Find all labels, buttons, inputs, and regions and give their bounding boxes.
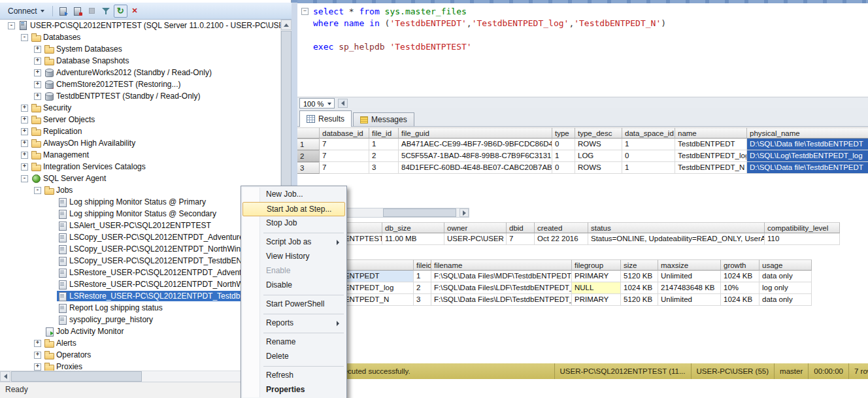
expand-icon[interactable]: +	[34, 340, 41, 347]
column-header-usage[interactable]: usage	[760, 259, 812, 271]
tree-node[interactable]: Databases	[31, 32, 82, 42]
cell-type[interactable]: 1	[552, 150, 575, 162]
expand-icon[interactable]: +	[34, 69, 41, 76]
cell-file_id[interactable]: 2	[369, 150, 399, 162]
tree-node[interactable]: Security	[31, 103, 73, 113]
cell-file_guid[interactable]: AB471AEC-CE99-4BF7-9B6D-9BFCDC86D451	[399, 139, 552, 150]
cell-database_id[interactable]: 7	[320, 150, 369, 162]
cell-type_desc[interactable]: ROWS	[575, 139, 622, 150]
tree-node[interactable]: USER-PC\SQL2012ENTPTEST (SQL Server 11.0…	[18, 20, 280, 31]
cell-fileid[interactable]: 1	[414, 271, 431, 282]
cell-size[interactable]: 5120 KB	[621, 294, 658, 306]
row-header[interactable]: 2	[297, 150, 320, 162]
cell-maxsize[interactable]: Unlimited	[658, 294, 721, 306]
tree-item[interactable]: +TestdbENTPTEST (Standby / Read-Only)	[0, 90, 280, 102]
cell-type_desc[interactable]: ROWS	[575, 162, 622, 174]
expand-icon[interactable]: +	[34, 352, 41, 359]
cell-filegroup[interactable]: PRIMARY	[572, 294, 621, 306]
cell-name[interactable]: TestdbENTPEDT_N	[675, 162, 747, 174]
editor-scroll-left-button[interactable]	[338, 99, 348, 108]
expand-icon[interactable]: +	[34, 81, 41, 88]
menu-item-properties[interactable]: Properties	[242, 383, 345, 397]
cell-size[interactable]: 5120 KB	[621, 271, 658, 282]
column-header-fileid[interactable]: fileid	[414, 259, 431, 271]
tree-node[interactable]: Replication	[31, 126, 84, 137]
tree-item[interactable]: -USER-PC\SQL2012ENTPTEST (SQL Server 11.…	[0, 20, 280, 31]
cell-usage[interactable]: data only	[760, 271, 812, 282]
tree-item[interactable]: +System Databases	[0, 43, 280, 55]
code-line[interactable]	[297, 29, 868, 41]
tree-item[interactable]: +Management	[0, 149, 280, 161]
tree-node[interactable]: System Databases	[44, 44, 124, 54]
cell-status[interactable]: Status=ONLINE, Updateability=READ_ONLY, …	[588, 233, 765, 245]
column-header-data_space_id[interactable]: data_space_id	[622, 127, 675, 139]
column-header-growth[interactable]: growth	[721, 259, 760, 271]
scrollbar-thumb[interactable]	[11, 371, 142, 382]
zoom-select[interactable]: 100 %	[299, 98, 335, 108]
cell-file_id[interactable]: 1	[369, 139, 399, 150]
expand-icon[interactable]: +	[21, 152, 28, 159]
expand-icon[interactable]: +	[21, 116, 28, 124]
collapse-icon[interactable]: -	[34, 187, 41, 194]
tree-node[interactable]: LSCopy_USER-PC\SQL2012ENTPDT_Adventure	[57, 232, 246, 242]
tree-node[interactable]: Jobs	[44, 185, 75, 195]
menu-item-start-powershell[interactable]: Start PowerShell	[242, 297, 345, 312]
expand-icon[interactable]: +	[21, 140, 28, 147]
cell-filename[interactable]: F:\SQL\Data Files\MDF\TestdbENTPEDT.mdf	[431, 271, 572, 282]
menu-item-script-job-as[interactable]: Script Job as	[242, 235, 345, 250]
tree-node[interactable]: syspolicy_purge_history	[57, 314, 155, 325]
column-header-filegroup[interactable]: filegroup	[572, 259, 621, 271]
tree-item[interactable]: Log shipping Monitor Status @ Primary	[0, 196, 280, 208]
tree-item[interactable]: LSRestore_USER-PC\SQL2012ENTPDT_TestdbE	[0, 290, 280, 302]
menu-item-view-history[interactable]: View History	[242, 250, 345, 264]
cell-created[interactable]: Oct 22 2016	[535, 233, 588, 245]
cell-growth[interactable]: 1024 KB	[721, 294, 760, 306]
expand-icon[interactable]: +	[21, 128, 28, 135]
column-header-type_desc[interactable]: type_desc	[575, 127, 622, 139]
column-header-name[interactable]: name	[675, 127, 747, 139]
tree-item[interactable]: Job Activity Monitor	[0, 325, 280, 337]
row-header[interactable]: 3	[297, 162, 320, 174]
cell-owner[interactable]: USER-PC\USER	[444, 233, 507, 245]
tree-item[interactable]: LSCopy_USER-PC\SQL2012ENTPDT_TestdbENT	[0, 255, 280, 267]
cell-data_space_id[interactable]: 0	[622, 150, 675, 162]
cell-filegroup[interactable]: PRIMARY	[572, 271, 621, 282]
column-header-size[interactable]: size	[621, 259, 658, 271]
connect-button[interactable]: Connect	[3, 5, 49, 17]
expand-icon[interactable]: +	[34, 46, 41, 53]
cell-physical_name[interactable]: D:\SQL\Data file\TestdbENTPEDT	[747, 139, 868, 150]
tree-node[interactable]: Operators	[44, 350, 93, 360]
column-header-created[interactable]: created	[535, 222, 588, 233]
tree-node[interactable]: TestdbENTPTEST (Standby / Read-Only)	[44, 91, 203, 101]
tree-item[interactable]: +Replication	[0, 125, 280, 137]
column-header-filename[interactable]: filename	[431, 259, 572, 271]
code-fold-icon[interactable]	[301, 8, 309, 15]
tree-node[interactable]: Alerts	[44, 338, 78, 348]
menu-item-new-job[interactable]: New Job...	[242, 188, 345, 202]
menu-item-start-job-at-step[interactable]: Start Job at Step...	[242, 202, 345, 216]
tree-item[interactable]: LSCopy_USER-PC\SQL2012ENTPDT_NorthWind	[0, 243, 280, 255]
collapse-icon[interactable]: -	[21, 34, 28, 41]
column-header-status[interactable]: status	[588, 222, 765, 233]
expand-icon[interactable]: +	[34, 93, 41, 100]
tree-item[interactable]: +Server Objects	[0, 114, 280, 125]
refresh-icon[interactable]: ↻	[114, 5, 127, 18]
expand-icon[interactable]: +	[34, 58, 41, 65]
collapse-icon[interactable]: -	[8, 22, 15, 29]
cell-fileid[interactable]: 3	[414, 294, 431, 306]
tree-item[interactable]: +Operators	[0, 349, 280, 361]
tree-item[interactable]: LSRestore_USER-PC\SQL2012ENTPDT_NorthWi	[0, 278, 280, 290]
tree-item[interactable]: +Security	[0, 102, 280, 114]
cell-physical_name[interactable]: D:\SQL\Log\TestdbENTPEDT_log	[747, 150, 868, 162]
clear-filter-icon[interactable]: ✕	[128, 5, 142, 18]
tree-node[interactable]: SQL Server Agent	[31, 173, 108, 184]
cell-data_space_id[interactable]: 1	[622, 162, 675, 174]
scroll-right-button[interactable]	[459, 208, 469, 217]
tree-item[interactable]: +ChemStore2012TEST (Restoring...)	[0, 78, 280, 90]
collapse-icon[interactable]: -	[21, 175, 28, 182]
column-header-maxsize[interactable]: maxsize	[658, 259, 721, 271]
tree-item[interactable]: -SQL Server Agent	[0, 173, 280, 184]
column-header-owner[interactable]: owner	[444, 222, 507, 233]
tree-node[interactable]: LSRestore_USER-PC\SQL2012ENTPDT_Adventu	[57, 267, 248, 278]
cell-db_size[interactable]: 11.00 MB	[382, 233, 444, 245]
